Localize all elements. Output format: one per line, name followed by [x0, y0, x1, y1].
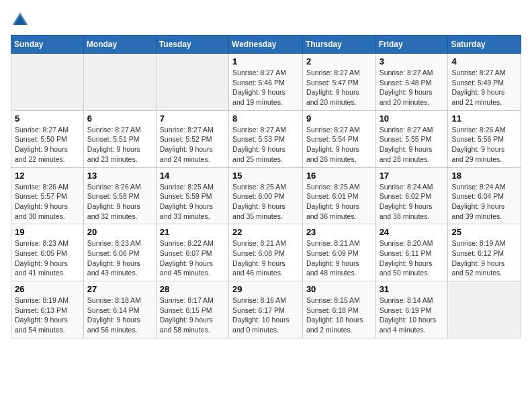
day-cell: [156, 54, 228, 111]
day-info: Sunrise: 8:19 AM Sunset: 6:12 PM Dayligh…: [451, 238, 517, 278]
day-number: 18: [451, 171, 517, 181]
day-cell: 14Sunrise: 8:25 AM Sunset: 5:59 PM Dayli…: [156, 167, 228, 224]
day-cell: 23Sunrise: 8:21 AM Sunset: 6:09 PM Dayli…: [302, 224, 375, 281]
week-row-2: 12Sunrise: 8:26 AM Sunset: 5:57 PM Dayli…: [11, 167, 521, 224]
day-info: Sunrise: 8:27 AM Sunset: 5:54 PM Dayligh…: [306, 125, 372, 165]
day-cell: 11Sunrise: 8:26 AM Sunset: 5:56 PM Dayli…: [448, 110, 521, 167]
week-row-3: 19Sunrise: 8:23 AM Sunset: 6:05 PM Dayli…: [11, 224, 521, 281]
day-cell: 28Sunrise: 8:17 AM Sunset: 6:15 PM Dayli…: [156, 281, 228, 338]
day-number: 26: [15, 284, 80, 294]
day-number: 28: [160, 284, 225, 294]
calendar-header: SundayMondayTuesdayWednesdayThursdayFrid…: [11, 36, 521, 54]
day-cell: [83, 54, 156, 111]
day-cell: 3Sunrise: 8:27 AM Sunset: 5:48 PM Daylig…: [375, 54, 448, 111]
header-wednesday: Wednesday: [229, 36, 303, 54]
day-cell: 21Sunrise: 8:22 AM Sunset: 6:07 PM Dayli…: [156, 224, 228, 281]
day-number: 30: [306, 284, 372, 294]
day-number: 24: [380, 227, 445, 237]
day-info: Sunrise: 8:25 AM Sunset: 5:59 PM Dayligh…: [160, 182, 225, 222]
day-cell: 2Sunrise: 8:27 AM Sunset: 5:47 PM Daylig…: [302, 54, 375, 111]
header-tuesday: Tuesday: [156, 36, 228, 54]
day-number: 8: [232, 113, 299, 124]
day-cell: 9Sunrise: 8:27 AM Sunset: 5:54 PM Daylig…: [302, 110, 375, 167]
day-number: 10: [380, 113, 445, 124]
day-info: Sunrise: 8:15 AM Sunset: 6:18 PM Dayligh…: [306, 295, 372, 335]
day-cell: 15Sunrise: 8:25 AM Sunset: 6:00 PM Dayli…: [229, 167, 303, 224]
day-info: Sunrise: 8:27 AM Sunset: 5:52 PM Dayligh…: [160, 125, 225, 165]
header-thursday: Thursday: [302, 36, 375, 54]
day-cell: 20Sunrise: 8:23 AM Sunset: 6:06 PM Dayli…: [83, 224, 156, 281]
day-info: Sunrise: 8:26 AM Sunset: 5:57 PM Dayligh…: [15, 182, 80, 222]
page-header: [11, 11, 521, 30]
header-sunday: Sunday: [11, 36, 84, 54]
day-number: 13: [87, 171, 152, 181]
day-info: Sunrise: 8:25 AM Sunset: 6:00 PM Dayligh…: [232, 182, 299, 222]
day-info: Sunrise: 8:21 AM Sunset: 6:08 PM Dayligh…: [232, 238, 299, 278]
day-cell: 16Sunrise: 8:25 AM Sunset: 6:01 PM Dayli…: [302, 167, 375, 224]
day-info: Sunrise: 8:23 AM Sunset: 6:05 PM Dayligh…: [15, 238, 80, 278]
day-cell: 19Sunrise: 8:23 AM Sunset: 6:05 PM Dayli…: [11, 224, 84, 281]
day-info: Sunrise: 8:19 AM Sunset: 6:13 PM Dayligh…: [15, 295, 80, 335]
day-number: 4: [451, 56, 517, 66]
day-number: 29: [232, 284, 299, 294]
day-cell: 31Sunrise: 8:14 AM Sunset: 6:19 PM Dayli…: [375, 281, 448, 338]
day-info: Sunrise: 8:27 AM Sunset: 5:50 PM Dayligh…: [15, 125, 80, 165]
week-row-4: 26Sunrise: 8:19 AM Sunset: 6:13 PM Dayli…: [11, 281, 521, 338]
day-cell: 7Sunrise: 8:27 AM Sunset: 5:52 PM Daylig…: [156, 110, 228, 167]
day-info: Sunrise: 8:14 AM Sunset: 6:19 PM Dayligh…: [380, 295, 445, 335]
day-info: Sunrise: 8:27 AM Sunset: 5:47 PM Dayligh…: [306, 68, 372, 107]
day-cell: 12Sunrise: 8:26 AM Sunset: 5:57 PM Dayli…: [11, 167, 84, 224]
day-cell: 1Sunrise: 8:27 AM Sunset: 5:46 PM Daylig…: [229, 54, 303, 111]
day-info: Sunrise: 8:27 AM Sunset: 5:46 PM Dayligh…: [232, 68, 299, 107]
day-number: 22: [232, 227, 299, 237]
day-cell: 5Sunrise: 8:27 AM Sunset: 5:50 PM Daylig…: [11, 110, 84, 167]
day-number: 21: [160, 227, 225, 237]
day-info: Sunrise: 8:27 AM Sunset: 5:53 PM Dayligh…: [232, 125, 299, 165]
day-info: Sunrise: 8:24 AM Sunset: 6:04 PM Dayligh…: [451, 182, 517, 222]
day-cell: 22Sunrise: 8:21 AM Sunset: 6:08 PM Dayli…: [229, 224, 303, 281]
header-monday: Monday: [83, 36, 156, 54]
logo-icon: [11, 11, 30, 30]
day-cell: 10Sunrise: 8:27 AM Sunset: 5:55 PM Dayli…: [375, 110, 448, 167]
week-row-0: 1Sunrise: 8:27 AM Sunset: 5:46 PM Daylig…: [11, 54, 521, 111]
week-row-1: 5Sunrise: 8:27 AM Sunset: 5:50 PM Daylig…: [11, 110, 521, 167]
day-number: 9: [306, 113, 372, 124]
day-cell: 30Sunrise: 8:15 AM Sunset: 6:18 PM Dayli…: [302, 281, 375, 338]
day-cell: 29Sunrise: 8:16 AM Sunset: 6:17 PM Dayli…: [229, 281, 303, 338]
day-number: 3: [380, 56, 445, 66]
day-number: 12: [15, 171, 80, 181]
calendar-body: 1Sunrise: 8:27 AM Sunset: 5:46 PM Daylig…: [11, 54, 521, 338]
day-info: Sunrise: 8:17 AM Sunset: 6:15 PM Dayligh…: [160, 295, 225, 335]
day-number: 31: [380, 284, 445, 294]
day-number: 2: [306, 56, 372, 66]
day-number: 6: [87, 113, 152, 124]
day-cell: [11, 54, 84, 111]
day-number: 7: [160, 113, 225, 124]
calendar-table: SundayMondayTuesdayWednesdayThursdayFrid…: [11, 35, 521, 338]
day-cell: [448, 281, 521, 338]
day-info: Sunrise: 8:27 AM Sunset: 5:55 PM Dayligh…: [380, 125, 445, 165]
day-cell: 26Sunrise: 8:19 AM Sunset: 6:13 PM Dayli…: [11, 281, 84, 338]
day-number: 11: [451, 113, 517, 124]
day-number: 16: [306, 171, 372, 181]
day-info: Sunrise: 8:25 AM Sunset: 6:01 PM Dayligh…: [306, 182, 372, 222]
day-number: 17: [380, 171, 445, 181]
day-number: 23: [306, 227, 372, 237]
day-number: 1: [232, 56, 299, 66]
day-number: 19: [15, 227, 80, 237]
day-number: 25: [451, 227, 517, 237]
day-info: Sunrise: 8:26 AM Sunset: 5:58 PM Dayligh…: [87, 182, 152, 222]
day-number: 15: [232, 171, 299, 181]
day-info: Sunrise: 8:20 AM Sunset: 6:11 PM Dayligh…: [380, 238, 445, 278]
day-cell: 25Sunrise: 8:19 AM Sunset: 6:12 PM Dayli…: [448, 224, 521, 281]
header-friday: Friday: [375, 36, 448, 54]
day-cell: 8Sunrise: 8:27 AM Sunset: 5:53 PM Daylig…: [229, 110, 303, 167]
header-saturday: Saturday: [448, 36, 521, 54]
day-info: Sunrise: 8:23 AM Sunset: 6:06 PM Dayligh…: [87, 238, 152, 278]
day-cell: 27Sunrise: 8:18 AM Sunset: 6:14 PM Dayli…: [83, 281, 156, 338]
day-cell: 6Sunrise: 8:27 AM Sunset: 5:51 PM Daylig…: [83, 110, 156, 167]
day-info: Sunrise: 8:24 AM Sunset: 6:02 PM Dayligh…: [380, 182, 445, 222]
day-cell: 13Sunrise: 8:26 AM Sunset: 5:58 PM Dayli…: [83, 167, 156, 224]
day-number: 27: [87, 284, 152, 294]
day-info: Sunrise: 8:22 AM Sunset: 6:07 PM Dayligh…: [160, 238, 225, 278]
